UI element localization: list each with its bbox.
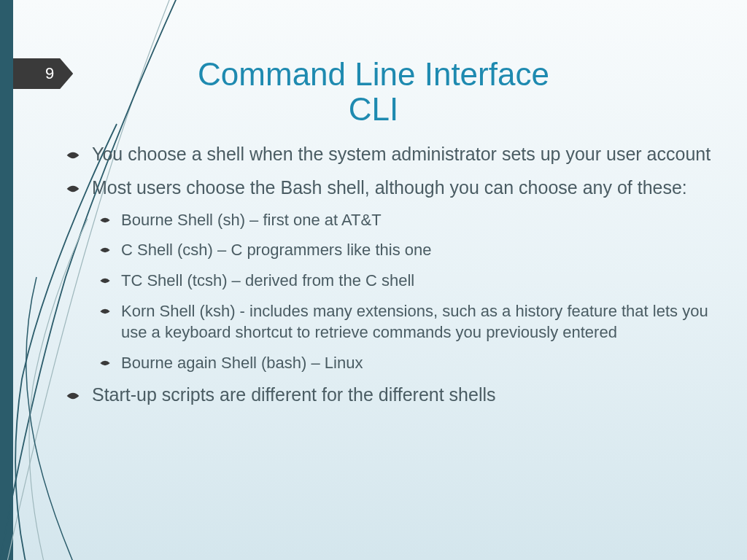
title-line-1: Command Line Interface <box>198 56 549 92</box>
leaf-bullet-icon <box>99 306 111 317</box>
bullet-text: C Shell (csh) – C programmers like this … <box>121 239 714 261</box>
bullet-text: Bourne Shell (sh) – first one at AT&T <box>121 209 714 231</box>
bullet-item: Start-up scripts are different for the d… <box>66 383 714 408</box>
bullet-item: You choose a shell when the system admin… <box>66 142 714 167</box>
sub-bullet-item: Bourne Shell (sh) – first one at AT&T <box>99 209 714 231</box>
sub-bullet-item: Bourne again Shell (bash) – Linux <box>99 352 714 374</box>
title-line-2: CLI <box>349 91 398 127</box>
bullet-text: You choose a shell when the system admin… <box>92 142 714 167</box>
bullet-text: Korn Shell (ksh) - includes many extensi… <box>121 300 714 343</box>
leaf-bullet-icon <box>99 244 111 256</box>
sub-bullet-item: Korn Shell (ksh) - includes many extensi… <box>99 300 714 343</box>
sub-bullet-item: TC Shell (tcsh) – derived from the C she… <box>99 270 714 292</box>
bullet-text: Start-up scripts are different for the d… <box>92 383 714 408</box>
leaf-bullet-icon <box>66 182 80 196</box>
leaf-bullet-icon <box>66 148 80 163</box>
bullet-text: TC Shell (tcsh) – derived from the C she… <box>121 270 714 292</box>
leaf-bullet-icon <box>99 214 111 226</box>
slide-title: Command Line Interface CLI <box>0 57 747 128</box>
leaf-bullet-icon <box>66 389 80 403</box>
sub-bullet-item: C Shell (csh) – C programmers like this … <box>99 239 714 261</box>
bullet-text: Most users choose the Bash shell, althou… <box>92 176 714 201</box>
bullet-item: Most users choose the Bash shell, althou… <box>66 176 714 201</box>
bullet-text: Bourne again Shell (bash) – Linux <box>121 352 714 374</box>
leaf-bullet-icon <box>99 275 111 287</box>
leaf-bullet-icon <box>99 357 111 369</box>
slide-content: You choose a shell when the system admin… <box>66 142 714 416</box>
